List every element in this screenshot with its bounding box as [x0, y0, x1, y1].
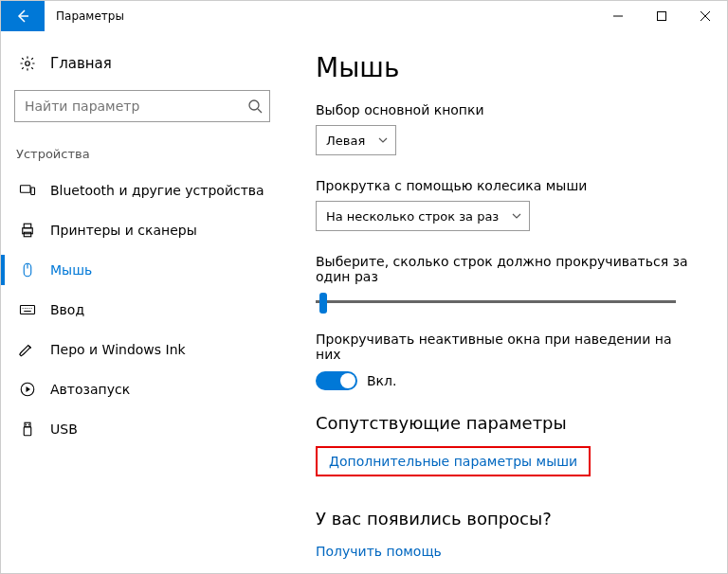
- sidebar-item-pen[interactable]: Перо и Windows Ink: [14, 330, 270, 369]
- scroll-mode-label: Прокрутка с помощью колесика мыши: [316, 178, 701, 193]
- close-icon: [700, 10, 711, 22]
- minimize-icon: [612, 10, 624, 22]
- additional-mouse-options-link[interactable]: Дополнительные параметры мыши: [316, 446, 591, 476]
- sidebar-item-label: Мышь: [50, 262, 92, 278]
- sidebar-item-label: Перо и Windows Ink: [50, 342, 186, 357]
- sidebar-item-autoplay[interactable]: Автозапуск: [14, 369, 270, 409]
- primary-button-label: Выбор основной кнопки: [316, 102, 701, 117]
- sidebar-item-label: Принтеры и сканеры: [50, 223, 197, 238]
- maximize-button[interactable]: [640, 1, 683, 31]
- inactive-scroll-label: Прокручивать неактивные окна при наведен…: [316, 332, 701, 362]
- sidebar-item-usb[interactable]: USB: [14, 409, 270, 449]
- search-input[interactable]: [14, 90, 270, 122]
- svg-rect-0: [658, 12, 666, 21]
- question-heading: У вас появились вопросы?: [316, 509, 701, 529]
- sidebar-home-label: Главная: [50, 55, 112, 72]
- get-help-link[interactable]: Получить помощь: [316, 544, 442, 559]
- scroll-mode-select[interactable]: На несколько строк за раз: [316, 201, 530, 231]
- search-icon: [247, 99, 263, 114]
- lines-slider[interactable]: [316, 292, 676, 311]
- window-title: Параметры: [45, 1, 596, 31]
- close-button[interactable]: [683, 1, 727, 31]
- chevron-down-icon: [378, 135, 388, 145]
- sidebar-item-printers[interactable]: Принтеры и сканеры: [14, 210, 270, 250]
- mouse-icon: [18, 260, 37, 279]
- sidebar-item-typing[interactable]: Ввод: [14, 290, 270, 330]
- sidebar: Главная Устройства Bluetooth и другие ус…: [1, 31, 283, 573]
- sidebar-category-label: Устройства: [14, 147, 270, 161]
- back-button[interactable]: [1, 1, 45, 31]
- slider-track: [316, 300, 676, 303]
- titlebar: Параметры: [1, 1, 727, 31]
- svg-rect-11: [25, 422, 30, 427]
- related-heading: Сопутствующие параметры: [316, 413, 701, 433]
- sidebar-item-label: USB: [50, 422, 78, 437]
- svg-rect-12: [24, 427, 31, 436]
- svg-rect-4: [31, 188, 35, 195]
- keyboard-icon: [18, 300, 37, 319]
- lines-label: Выберите, сколько строк должно прокручив…: [316, 254, 701, 284]
- sidebar-item-label: Автозапуск: [50, 382, 130, 397]
- maximize-icon: [656, 10, 667, 22]
- svg-rect-9: [21, 306, 35, 314]
- chevron-down-icon: [512, 211, 521, 221]
- primary-button-select[interactable]: Левая: [316, 125, 396, 155]
- minimize-button[interactable]: [596, 1, 640, 31]
- primary-button-value: Левая: [326, 134, 365, 148]
- gear-icon: [18, 54, 37, 73]
- printer-icon: [18, 221, 37, 240]
- svg-point-1: [26, 62, 30, 66]
- arrow-left-icon: [15, 9, 30, 24]
- devices-icon: [18, 181, 37, 200]
- sidebar-item-label: Bluetooth и другие устройства: [50, 183, 264, 198]
- main-panel: Мышь Выбор основной кнопки Левая Прокрут…: [283, 31, 727, 573]
- usb-icon: [18, 420, 37, 439]
- sidebar-item-bluetooth[interactable]: Bluetooth и другие устройства: [14, 170, 270, 210]
- slider-thumb[interactable]: [319, 293, 327, 314]
- inactive-scroll-toggle[interactable]: [316, 371, 357, 390]
- page-heading: Мышь: [316, 52, 701, 83]
- scroll-mode-value: На несколько строк за раз: [326, 209, 499, 224]
- autoplay-icon: [18, 380, 37, 399]
- svg-rect-3: [21, 186, 31, 193]
- sidebar-home[interactable]: Главная: [14, 48, 270, 84]
- sidebar-item-label: Ввод: [50, 302, 84, 317]
- svg-rect-6: [24, 224, 31, 228]
- search-wrap: [14, 90, 270, 122]
- inactive-scroll-state: Вкл.: [367, 373, 396, 388]
- pen-icon: [18, 340, 37, 359]
- sidebar-item-mouse[interactable]: Мышь: [14, 250, 270, 290]
- svg-rect-7: [24, 232, 31, 237]
- svg-point-2: [249, 100, 259, 110]
